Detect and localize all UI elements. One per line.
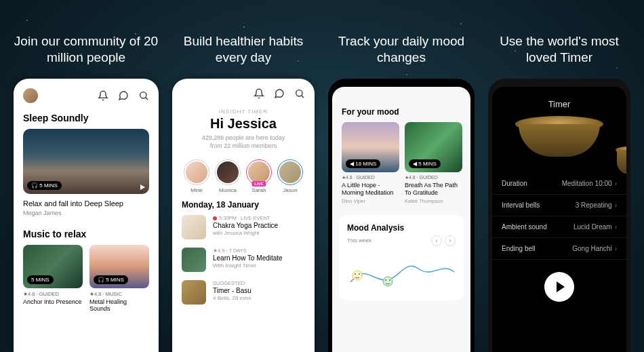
search-icon[interactable]: [294, 88, 305, 99]
play-icon: [140, 184, 145, 190]
live-badge: LIVE: [251, 181, 266, 187]
track-card[interactable]: 🎧 5 MINS ★4.8 · MUSIC Metal Healing Soun…: [89, 245, 149, 312]
item-title: Timer - Basu: [213, 287, 305, 294]
card-author: Dino Viper: [342, 198, 399, 204]
singing-bowl-image: [616, 146, 626, 180]
item-meta: SUGGESTED: [213, 280, 305, 286]
svg-point-3: [355, 273, 356, 275]
card-meta: ★4.8 · GUIDED: [23, 291, 83, 297]
thumbnail: [182, 215, 206, 239]
card-title: A Little Hope - Morning Meditation: [342, 182, 399, 197]
phone-screen-home: Sleep Soundly 🎧 5 MINS Relax and fall in…: [14, 79, 159, 352]
date-heading: Monday, 18 January: [182, 200, 305, 210]
search-icon[interactable]: [138, 90, 149, 101]
svg-point-5: [383, 277, 393, 286]
card-title: Breath As The Path To Gratitude: [405, 182, 462, 197]
track-card[interactable]: 5 MINS ★4.8 · GUIDED Anchor Into Presenc…: [23, 245, 83, 312]
promo-column-4: Use the world's most loved Timer Timer D…: [488, 0, 630, 352]
story-item[interactable]: Mine: [184, 159, 209, 193]
setting-label: Interval bells: [502, 201, 540, 209]
hero-card[interactable]: 🎧 5 MINS: [23, 129, 149, 194]
svg-point-7: [389, 279, 390, 281]
item-title: Learn How To Meditate: [213, 254, 305, 262]
avatar[interactable]: [23, 88, 38, 103]
mood-card[interactable]: ◀ 18 MINS ★4.8 · GUIDED A Little Hope - …: [342, 122, 399, 204]
list-item[interactable]: ★4.9 · 7 DAYS Learn How To Meditate With…: [182, 248, 305, 272]
singing-bowl-image: [515, 116, 603, 159]
chevron-right-icon: ›: [615, 201, 617, 209]
item-sub: With Insight Timer: [213, 262, 305, 269]
chevron-right-icon: ›: [615, 180, 617, 187]
brand-label: INSIGHT TIMER: [182, 109, 305, 115]
chevron-right-icon: ›: [615, 245, 617, 252]
bell-icon[interactable]: [254, 88, 264, 99]
setting-row-duration[interactable]: Duration Meditation 10:00›: [492, 173, 626, 195]
setting-label: Duration: [502, 180, 527, 187]
item-sub: with Jessica Wright: [213, 230, 305, 236]
card-meta: ★4.8 · GUIDED: [405, 175, 462, 180]
phone-screen-today: INSIGHT TIMER Hi Jessica 429,289 people …: [172, 79, 315, 352]
bell-icon[interactable]: [98, 90, 108, 101]
promo-column-1: Join our community of 20 million people …: [14, 0, 159, 352]
card-author: Megan James: [23, 210, 149, 216]
story-item[interactable]: Jason: [277, 159, 303, 193]
duration-pill: 🎧 5 MINS: [94, 275, 128, 284]
svg-point-1: [296, 90, 302, 96]
card-title: Anchor Into Presence: [23, 298, 83, 305]
setting-value: Lucid Dream: [573, 223, 612, 231]
promo-column-3: Track your daily mood changes For your m…: [328, 0, 475, 352]
phone-screen-mood: For your mood ◀ 18 MINS ★4.8 · GUIDED A …: [328, 79, 475, 352]
svg-point-2: [353, 271, 362, 280]
chat-icon[interactable]: [274, 88, 285, 99]
duration-pill: 🎧 5 MINS: [27, 181, 62, 190]
svg-point-4: [359, 273, 360, 275]
setting-label: Ambient sound: [502, 223, 547, 231]
headline: Use the world's most loved Timer: [488, 33, 630, 66]
headline: Track your daily mood changes: [328, 33, 475, 66]
member-count: from 22 million members: [182, 142, 305, 151]
mood-chart: [347, 252, 456, 292]
thumbnail: [182, 248, 206, 272]
next-button[interactable]: ›: [445, 235, 456, 246]
item-meta: ★4.9 · 7 DAYS: [213, 248, 305, 254]
story-item[interactable]: Monica: [215, 159, 241, 193]
prev-button[interactable]: ‹: [431, 235, 442, 246]
card-author: Kalee Thompson: [405, 198, 462, 204]
greeting: Hi Jessica: [182, 116, 305, 132]
card-meta: ★4.8 · MUSIC: [89, 291, 149, 297]
item-title: Chakra Yoga Practice: [213, 222, 305, 229]
duration-pill: 5 MINS: [27, 275, 54, 284]
promo-column-2: Build healthier habits every day INSIGHT…: [172, 0, 315, 352]
svg-point-6: [385, 279, 386, 281]
item-meta: 5:30PM · LIVE EVENT: [213, 215, 305, 221]
section-title: Music to relax: [23, 229, 149, 239]
chevron-right-icon: ›: [615, 223, 617, 231]
section-title: Sleep Soundly: [23, 113, 149, 123]
page-title: Timer: [492, 99, 626, 109]
item-sub: 4 Bells, 28 mins: [213, 295, 305, 301]
story-item[interactable]: LIVESarah: [246, 159, 272, 193]
setting-row-ending[interactable]: Ending bell Gong Hanchi›: [492, 238, 626, 260]
card-meta: ★4.8 · GUIDED: [342, 175, 399, 180]
play-button[interactable]: [544, 272, 574, 302]
card-title: Relax and fall into Deep Sleep: [23, 199, 149, 208]
setting-label: Ending bell: [502, 245, 535, 252]
setting-value: Meditation 10:00: [562, 180, 612, 187]
mood-card[interactable]: ◀ 5 MINS ★4.8 · GUIDED Breath As The Pat…: [405, 122, 462, 204]
headline: Join our community of 20 million people: [14, 33, 159, 66]
thumbnail: [182, 280, 206, 305]
phone-screen-timer: Timer Duration Meditation 10:00› Interva…: [488, 79, 630, 352]
section-title: For your mood: [342, 107, 461, 117]
list-item[interactable]: SUGGESTED Timer - Basu 4 Bells, 28 mins: [182, 280, 305, 305]
panel-range: This week: [347, 237, 371, 243]
list-item[interactable]: 5:30PM · LIVE EVENT Chakra Yoga Practice…: [182, 215, 305, 239]
setting-value: 3 Repeating: [576, 201, 612, 209]
chat-icon[interactable]: [118, 90, 129, 101]
live-dot-icon: [213, 216, 217, 220]
duration-pill: ◀ 18 MINS: [346, 159, 380, 168]
presence-count: 429,289 people are here today: [182, 134, 305, 142]
panel-title: Mood Analysis: [347, 223, 456, 233]
setting-row-interval[interactable]: Interval bells 3 Repeating›: [492, 195, 626, 216]
duration-pill: ◀ 5 MINS: [409, 159, 441, 168]
setting-row-ambient[interactable]: Ambient sound Lucid Dream›: [492, 216, 626, 238]
